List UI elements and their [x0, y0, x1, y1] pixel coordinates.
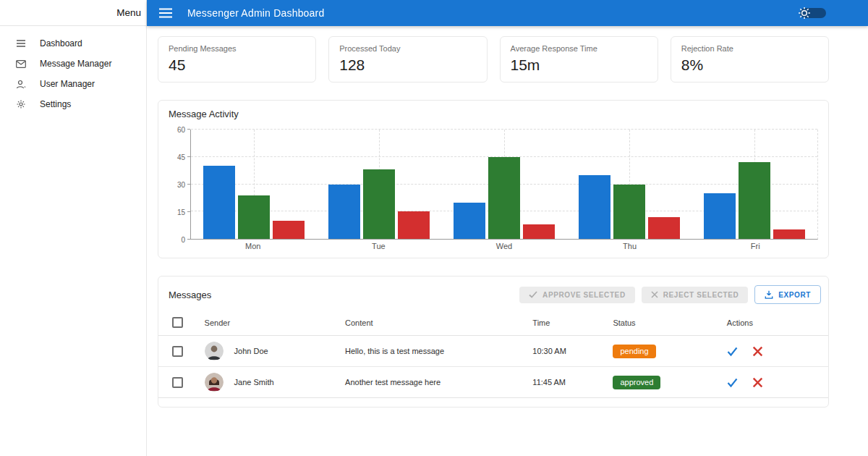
sidebar-item-label: User Manager — [40, 79, 95, 89]
bar-fri-green — [739, 162, 770, 239]
x-tick-label: Thu — [567, 242, 693, 250]
sidebar-header: Menu — [0, 0, 146, 26]
y-tick-label: 30 — [177, 181, 185, 189]
sun-icon — [797, 6, 812, 20]
sidebar-item-settings[interactable]: Settings — [0, 94, 146, 114]
message-row: John Doe Hello, this is a test message 1… — [158, 336, 828, 367]
messages-header: Messages APPROVE SELECTED REJECT SELECTE… — [158, 284, 828, 310]
sidebar-item-label: Dashboard — [40, 38, 82, 48]
user-icon — [15, 79, 26, 90]
x-tick-label: Mon — [190, 242, 316, 250]
sidebar-header-label: Menu — [116, 7, 141, 18]
row-checkbox[interactable] — [172, 346, 183, 357]
message-time: 10:30 AM — [527, 336, 607, 367]
status-badge: approved — [613, 376, 660, 389]
y-axis: 015304560 — [169, 130, 190, 240]
column-header-time: Time — [527, 310, 607, 336]
row-checkbox[interactable] — [172, 377, 183, 388]
message-content: Hello, this is a test message — [339, 336, 527, 367]
bar-wed-red — [523, 224, 555, 239]
stat-card-pending-messages: Pending Messages 45 — [158, 36, 316, 83]
download-icon — [765, 290, 773, 299]
bar-mon-green — [238, 195, 270, 239]
status-badge: pending — [613, 345, 655, 358]
sidebar-nav: Dashboard Message Manager User Manager S… — [0, 26, 146, 114]
chart-title: Message Activity — [169, 109, 818, 119]
chart-plot-area — [190, 130, 818, 240]
stat-value: 8% — [681, 56, 818, 74]
sidebar-item-dashboard[interactable]: Dashboard — [0, 33, 146, 54]
reject-selected-button[interactable]: REJECT SELECTED — [642, 287, 749, 303]
sender-name: John Doe — [234, 347, 268, 355]
select-all-checkbox[interactable] — [172, 317, 183, 328]
bar-wed-green — [488, 157, 520, 239]
column-header-content: Content — [339, 310, 527, 336]
messages-card: Messages APPROVE SELECTED REJECT SELECTE… — [158, 276, 829, 408]
theme-toggle-switch[interactable] — [800, 8, 826, 18]
sidebar-item-message-manager[interactable]: Message Manager — [0, 54, 146, 74]
approve-action-icon[interactable] — [727, 377, 738, 388]
x-tick-label: Tue — [316, 242, 442, 250]
message-activity-chart-card: Message Activity 015304560 MonTueWedThuF… — [158, 100, 829, 258]
stat-label: Rejection Rate — [681, 44, 818, 53]
reject-selected-label: REJECT SELECTED — [663, 291, 739, 299]
bar-thu-blue — [579, 175, 610, 239]
approve-selected-button[interactable]: APPROVE SELECTED — [519, 287, 635, 303]
reject-action-icon[interactable] — [752, 377, 763, 388]
y-tick-label: 0 — [181, 236, 185, 244]
column-header-sender: Sender — [199, 310, 339, 336]
x-tick-label: Fri — [692, 242, 818, 250]
bar-tue-blue — [328, 185, 360, 240]
stat-value: 15m — [511, 56, 647, 74]
menu-lines-icon — [15, 38, 26, 49]
hamburger-menu-icon[interactable] — [158, 8, 173, 18]
x-axis-labels: MonTueWedThuFri — [190, 242, 818, 250]
bar-fri-red — [773, 229, 805, 239]
main-content: Pending Messages 45 Processed Today 128 … — [147, 26, 868, 418]
gear-icon — [15, 99, 26, 110]
bar-mon-red — [273, 221, 305, 239]
y-tick-label: 60 — [177, 126, 185, 134]
bar-tue-green — [363, 169, 395, 239]
avatar — [205, 342, 224, 360]
mail-icon — [15, 59, 26, 69]
bar-fri-blue — [704, 193, 736, 239]
export-button[interactable]: EXPORT — [754, 285, 821, 304]
bar-group-wed — [441, 130, 566, 239]
y-tick-label: 45 — [177, 153, 185, 161]
x-icon — [651, 291, 658, 298]
app-bar: Messenger Admin Dashboard — [147, 0, 868, 26]
sidebar-item-label: Message Manager — [40, 59, 111, 69]
bar-group-mon — [191, 130, 316, 239]
sidebar-item-label: Settings — [40, 99, 71, 109]
reject-action-icon[interactable] — [752, 346, 763, 357]
app-title: Messenger Admin Dashboard — [187, 7, 324, 19]
approve-selected-label: APPROVE SELECTED — [542, 291, 626, 299]
x-tick-label: Wed — [441, 242, 567, 250]
bar-group-fri — [692, 130, 817, 239]
message-content: Another test message here — [339, 367, 527, 398]
bar-thu-green — [613, 185, 645, 240]
column-header-actions: Actions — [721, 310, 828, 336]
stat-label: Average Response Time — [511, 44, 647, 53]
sidebar: Menu Dashboard Message Manager User Mana… — [0, 0, 147, 456]
stat-label: Pending Messages — [169, 44, 305, 53]
bar-group-tue — [316, 130, 441, 239]
messages-table: Sender Content Time Status Actions — [158, 310, 828, 398]
approve-action-icon[interactable] — [727, 346, 738, 357]
bar-thu-red — [648, 217, 680, 239]
column-header-status: Status — [607, 310, 720, 336]
messages-title: Messages — [169, 290, 513, 300]
message-time: 11:45 AM — [527, 367, 607, 398]
stat-card-avg-response-time: Average Response Time 15m — [500, 36, 658, 83]
export-label: EXPORT — [778, 291, 811, 299]
bar-tue-red — [398, 211, 430, 239]
avatar — [205, 373, 224, 392]
stat-card-rejection-rate: Rejection Rate 8% — [671, 36, 829, 83]
table-header-row: Sender Content Time Status Actions — [158, 310, 828, 336]
sidebar-item-user-manager[interactable]: User Manager — [0, 74, 146, 94]
stat-value: 128 — [339, 56, 476, 74]
y-tick-label: 15 — [177, 208, 185, 216]
stat-card-processed-today: Processed Today 128 — [328, 36, 487, 83]
stats-row: Pending Messages 45 Processed Today 128 … — [158, 36, 829, 83]
